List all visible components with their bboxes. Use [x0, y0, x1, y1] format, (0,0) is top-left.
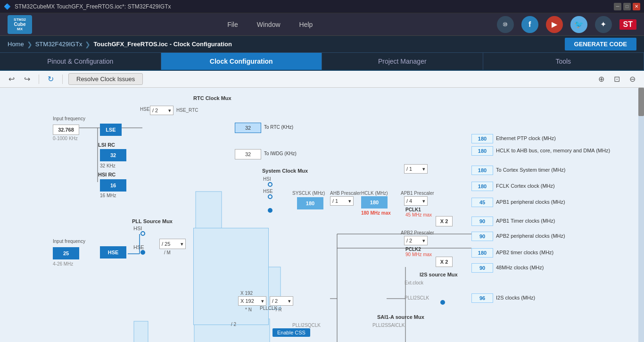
menu-file[interactable]: File [227, 21, 238, 28]
output-val-8: 90 [471, 263, 493, 273]
i2s-source-mux-label: I2S source Mux [420, 272, 458, 277]
enable-css-button[interactable]: Enable CSS [272, 328, 310, 337]
input-freq-val-2[interactable]: 25 [53, 247, 79, 259]
hse-div2-dropdown[interactable]: / 2 ▾ [150, 106, 173, 115]
wires-svg [0, 88, 644, 342]
hse-sys-radio[interactable] [268, 194, 272, 199]
scrollbar-thumb[interactable] [638, 88, 644, 116]
breadcrumb-chip[interactable]: STM32F429IGTx [35, 41, 83, 48]
to-rtc-label: To RTC (KHz) [264, 125, 293, 130]
breadcrumb-home[interactable]: Home [8, 41, 24, 48]
breadcrumb-file[interactable]: TouchGFX_FreeRTOS.ioc - Clock Configurat… [93, 41, 231, 48]
logo-mx: MX [17, 27, 23, 31]
facebook-icon[interactable]: f [521, 16, 538, 33]
to-rtc-val[interactable]: 32 [235, 123, 261, 133]
plli2s-div2-label: / 2 [231, 322, 236, 327]
to-iwdg-val[interactable]: 32 [235, 149, 261, 159]
i2s-div-r-dropdown[interactable]: / 2 ▾ [270, 296, 293, 306]
maximize-button[interactable]: □ [623, 3, 631, 10]
ahb-div-dropdown[interactable]: / 1 ▾ [330, 196, 354, 206]
apb1-x2-box: X 2 [436, 216, 453, 226]
canvas-wrapper: Input frequency 32.768 0-1000 KHz LSE LS… [0, 88, 644, 342]
lsi-val-box[interactable]: 32 [100, 149, 126, 161]
pclk2-label: PCLK2 [405, 247, 421, 252]
hse-rtc-src: HSE [140, 107, 150, 112]
input-freq-val-1[interactable]: 32.768 [53, 125, 79, 135]
window-title: STM32CubeMX TouchGFX_FreeRTOS.ioc*: STM3… [15, 3, 614, 10]
i2s-mul-n-dropdown-label: X 192 [240, 291, 253, 296]
cortex-div-dropdown[interactable]: / 1 ▾ [404, 164, 428, 174]
ext-clock-label: Ext.clock [405, 280, 423, 285]
output-label-1: HCLK to AHB bus, core, memory and DMA (M… [496, 148, 610, 153]
tab-pinout[interactable]: Pinout & Configuration [0, 53, 161, 70]
undo-button[interactable]: ↩ [6, 73, 17, 85]
refresh-button[interactable]: ↻ [45, 73, 57, 85]
apb1-prescaler-label: APB1 Prescaler [401, 191, 434, 196]
div-m-label: / M [164, 250, 171, 255]
resolve-clock-button[interactable]: Resolve Clock Issues [68, 73, 143, 85]
apb1-div-dropdown[interactable]: / 4 ▾ [404, 196, 428, 206]
output-val-5: 90 [471, 217, 493, 226]
plli2sclk-radio[interactable] [440, 300, 445, 305]
generate-code-button[interactable]: GENERATE CODE [565, 38, 636, 50]
breadcrumb-sep-1: ❯ [27, 41, 33, 48]
lse-box[interactable]: LSE [100, 124, 122, 136]
hse-box[interactable]: HSE [100, 246, 126, 259]
input-freq-range-2: 4-26 MHz [53, 261, 73, 267]
minimize-button[interactable]: ─ [614, 3, 621, 10]
apb2-div-dropdown[interactable]: / 2 ▾ [404, 236, 428, 245]
output-label-3: FCLK Cortex clock (MHz) [496, 183, 555, 189]
apb2-x2-box: X 2 [436, 257, 453, 267]
pll-hsi-label: HSI [133, 225, 142, 231]
pll-hsi-radio[interactable] [140, 231, 145, 236]
logo-stm: STM32 [14, 17, 26, 22]
menu-help[interactable]: Help [299, 21, 313, 28]
app-logo: 🔷 [4, 3, 11, 10]
plli2sclk-label: PLLI2SCLK [405, 295, 429, 300]
output-val-0: 180 [471, 134, 493, 143]
toolbar-sep-2 [62, 75, 63, 84]
div-m-dropdown[interactable]: / 25 ▾ [159, 239, 186, 249]
apb2-prescaler-label: APB2 Prescaler [401, 230, 434, 235]
i2s-mul-n-dropdown[interactable]: X 192 ▾ [238, 296, 266, 306]
tab-bar: Pinout & Configuration Clock Configurati… [0, 53, 644, 71]
hsi-sys-label: HSI [263, 176, 271, 182]
hsi-val-box[interactable]: 16 [100, 179, 126, 192]
pclk1-label: PCLK1 [405, 207, 421, 212]
network-icon[interactable]: ✦ [595, 16, 612, 33]
close-button[interactable]: ✕ [633, 3, 640, 10]
pclk2-max: 90 MHz max [405, 252, 432, 257]
tab-tools[interactable]: Tools [483, 53, 644, 70]
i2s-div-r-label: / R [276, 307, 282, 312]
tab-project[interactable]: Project Manager [322, 53, 483, 70]
pclk1-max: 45 MHz max [405, 212, 432, 217]
hclk-val[interactable]: 180 [361, 196, 388, 209]
output-label-9: I2S clocks (MHz) [496, 295, 535, 300]
hsi-sys-radio[interactable] [268, 182, 272, 187]
hse-sys-label: HSE [263, 189, 273, 194]
input-freq-range-1: 0-1000 KHz [53, 136, 78, 141]
output-label-2: To Cortex System timer (MHz) [496, 167, 565, 173]
pll-hse-radio[interactable] [140, 250, 145, 255]
vertical-scrollbar[interactable] [638, 88, 644, 342]
breadcrumb-sep-2: ❯ [85, 41, 91, 48]
youtube-icon[interactable]: ▶ [546, 16, 563, 33]
titlebar: 🔷 STM32CubeMX TouchGFX_FreeRTOS.ioc*: ST… [0, 0, 644, 13]
sys-clk-mux-label: System Clock Mux [262, 168, 308, 174]
lsi-range: 32 KHz [100, 163, 116, 168]
redo-button[interactable]: ↪ [21, 73, 33, 85]
zoom-out-button[interactable]: ⊖ [627, 73, 638, 85]
pllclk-sys-radio[interactable] [268, 208, 272, 213]
svg-rect-7 [134, 321, 148, 342]
rtc-clock-mux-label: RTC Clock Mux [193, 95, 231, 101]
zoom-in-button[interactable]: ⊕ [595, 73, 607, 85]
twitter-icon[interactable]: 🐦 [570, 16, 587, 33]
hclk-max: 180 MHz max [361, 210, 391, 216]
pllclk-label: PLLCLK [260, 306, 277, 311]
tab-clock[interactable]: Clock Configuration [161, 53, 322, 70]
sysclk-val[interactable]: 180 [297, 197, 323, 209]
menubar: STM32 Cube MX File Window Help ⑩ f ▶ 🐦 ✦… [0, 13, 644, 36]
output-val-1: 180 [471, 146, 493, 156]
menu-window[interactable]: Window [257, 21, 281, 28]
fit-button[interactable]: ⊡ [611, 73, 623, 85]
